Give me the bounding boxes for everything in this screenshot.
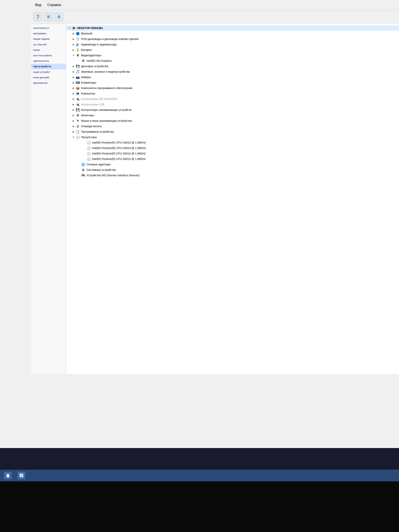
tree-node-components[interactable]: ▶ 📦 Компоненты программного обеспечения xyxy=(66,85,399,91)
tree-node-keyboards[interactable]: ▶ ⌨ Клавиатуры xyxy=(66,80,399,85)
cpu4-label: Intel(R) Pentium(R) CPU N3510 @ 1.99GHz xyxy=(92,157,146,160)
cameras-label: Камеры xyxy=(81,76,91,79)
mice-chevron: ▶ xyxy=(72,119,75,122)
monitors-chevron: ▶ xyxy=(72,114,75,117)
sidebar-item-2[interactable]: овщик задани xyxy=(31,36,66,42)
hid-icon: 🎮 xyxy=(81,173,85,177)
storage-icon: 💾 xyxy=(76,108,80,112)
tree-node-hid[interactable]: ▶ 🎮 Устройства HID (Human Interface Devi… xyxy=(66,173,399,178)
intel-hd-icon: 🖥 xyxy=(81,59,85,63)
storage-chevron: ▶ xyxy=(72,108,75,112)
tree-node-intel-hd[interactable]: ▶ 🖥 Intel(R) HD Graphics xyxy=(66,58,399,63)
bluetooth-icon: 🔵 xyxy=(76,31,80,36)
firmware-chevron: ▶ xyxy=(72,130,75,133)
sidebar-item-9[interactable]: ение дисками xyxy=(31,75,66,80)
sidebar-item-8[interactable]: ощие устройст xyxy=(31,69,66,75)
tree-node-cpu2[interactable]: ▶ ⬜ Intel(R) Pentium(R) CPU N3510 @ 1.99… xyxy=(66,145,399,151)
root-chevron: ▼ xyxy=(68,26,71,30)
cpu3-label: Intel(R) Pentium(R) CPU N3510 @ 1.99GHz xyxy=(92,152,146,155)
sidebar-item-5[interactable]: ные пользовате xyxy=(31,53,66,58)
tree-node-sound[interactable]: ▶ 🎵 Звуковые, игровые и видеоустройства xyxy=(66,69,399,74)
components-label: Компоненты программного обеспечения xyxy=(81,87,132,90)
computer-chevron: ▶ xyxy=(72,92,75,95)
sidebar-item-3[interactable]: тр событий xyxy=(31,42,66,47)
taskbar-icon-2[interactable]: 🔄 xyxy=(18,472,25,479)
computer-label: Компьютер xyxy=(81,92,95,95)
tree-node-storage[interactable]: ▶ 💾 Контроллеры запоминающих устройств xyxy=(66,107,399,113)
sidebar-item-4[interactable]: папки xyxy=(31,47,66,53)
tree-node-monitors[interactable]: ▶ 🖥 Мониторы xyxy=(66,113,399,118)
tree-node-dvd[interactable]: ▶ 💿 DVD-дисководы и дисководы компакт-ди… xyxy=(66,36,399,42)
mice-icon: 🖱 xyxy=(76,119,80,123)
computer-icon: 💻 xyxy=(76,91,80,96)
toolbar-monitor-btn[interactable]: 🖥 xyxy=(44,13,53,21)
tree-node-cpu[interactable]: ▼ ⬜ Процессоры xyxy=(66,134,399,140)
tree-node-battery[interactable]: ▶ 🔋 Батареи xyxy=(66,47,399,53)
monitors-label: Мониторы xyxy=(81,114,94,117)
components-icon: 📦 xyxy=(76,86,80,90)
sound-label: Звуковые, игровые и видеоустройства xyxy=(81,70,130,73)
disk-icon: 💾 xyxy=(76,64,80,68)
tree-node-bluetooth[interactable]: ▶ 🔵 Bluetooth xyxy=(66,31,399,36)
menu-help[interactable]: Справка xyxy=(47,3,61,7)
root-label: DESKTOP-0D9S3B1 xyxy=(77,26,103,30)
cpu1-icon: ⬜ xyxy=(87,140,91,145)
cpu2-label: Intel(R) Pentium(R) CPU N3510 @ 1.99GHz xyxy=(92,146,146,150)
device-manager-tree: ▼ 💻 DESKTOP-0D9S3B1 ▶ 🔵 Bluetooth ▶ 💿 DV… xyxy=(66,24,399,374)
toolbar-back-btn[interactable]: ❓ xyxy=(33,13,42,21)
cpu-chevron: ▼ xyxy=(72,135,75,139)
sidebar-item-6[interactable]: одительность xyxy=(31,58,66,64)
cpu3-icon: ⬜ xyxy=(87,151,91,156)
screen-border-bottom xyxy=(0,481,399,532)
video-chevron: ▼ xyxy=(72,54,75,57)
video-label: Видеоадаптеры xyxy=(81,54,101,57)
toolbar-computer-btn[interactable]: 🖥 xyxy=(55,13,63,21)
sound-chevron: ▶ xyxy=(72,70,75,73)
network-icon: 🌐 xyxy=(81,162,85,167)
taskbar-icon-1[interactable]: 📋 xyxy=(4,472,12,479)
tree-node-network[interactable]: ▶ 🌐 Сетевые адаптеры xyxy=(66,162,399,167)
usb-chevron: ▶ xyxy=(72,103,75,106)
cameras-icon: 📷 xyxy=(76,75,80,79)
root-icon: 💻 xyxy=(72,26,76,30)
hid-label: Устройства HID (Human Interface Devices) xyxy=(87,174,139,177)
tree-node-cpu1[interactable]: ▶ ⬜ Intel(R) Pentium(R) CPU N3510 @ 1.99… xyxy=(66,140,399,145)
cpu1-label: Intel(R) Pentium(R) CPU N3510 @ 1.99GHz xyxy=(92,141,146,144)
cpu-icon: ⬜ xyxy=(76,135,80,139)
menu-vid[interactable]: Вид xyxy=(35,3,42,7)
tree-node-cpu3[interactable]: ▶ ⬜ Intel(R) Pentium(R) CPU N3510 @ 1.99… xyxy=(66,151,399,156)
tree-root[interactable]: ▼ 💻 DESKTOP-0D9S3B1 xyxy=(66,25,399,31)
audio-icon: 🔊 xyxy=(76,42,80,47)
firmware-label: Программные устройства xyxy=(81,130,114,133)
tree-node-disk[interactable]: ▶ 💾 Дисковые устройства xyxy=(66,63,399,69)
system-icon: ⚙ xyxy=(81,168,85,172)
sidebar-item-7[interactable]: чер устройств xyxy=(31,64,66,69)
tree-node-cpu4[interactable]: ▶ ⬜ Intel(R) Pentium(R) CPU N3510 @ 1.99… xyxy=(66,156,399,162)
tree-node-print[interactable]: ▶ 🖨 Очереди печати xyxy=(66,124,399,129)
battery-chevron: ▶ xyxy=(72,48,75,52)
tree-node-cameras[interactable]: ▶ 📷 Камеры xyxy=(66,74,399,80)
tree-node-video[interactable]: ▼ 🖥 Видеоадаптеры xyxy=(66,53,399,58)
toolbar: ❓ 🖥 🖥 xyxy=(31,10,399,24)
storage-label: Контроллеры запоминающих устройств xyxy=(81,108,132,111)
bluetooth-label: Bluetooth xyxy=(81,32,93,35)
tree-node-usb[interactable]: ▶ 🔌 Контроллеры USB xyxy=(66,102,399,107)
network-label: Сетевые адаптеры xyxy=(87,163,111,166)
sidebar-item-1[interactable]: программы xyxy=(31,31,66,36)
sidebar-item-10[interactable]: приложения xyxy=(31,80,66,86)
cameras-chevron: ▶ xyxy=(72,75,75,79)
tree-node-audio[interactable]: ▶ 🔊 Аудиовходы и аудиовыходы xyxy=(66,42,399,47)
menu-bar: Вид Справка xyxy=(31,0,399,10)
tree-node-firmware[interactable]: ▶ 📋 Программные устройства xyxy=(66,129,399,134)
tree-node-computer[interactable]: ▶ 💻 Компьютер xyxy=(66,91,399,96)
sidebar-item-0[interactable]: нпьютером (л xyxy=(31,25,66,31)
tree-node-system[interactable]: ▶ ⚙ Системные устройства xyxy=(66,167,399,173)
intel-hd-label: Intel(R) HD Graphics xyxy=(87,59,112,62)
system-label: Системные устройства xyxy=(87,168,116,171)
disk-chevron: ▶ xyxy=(72,64,75,68)
keyboards-label: Клавиатуры xyxy=(81,81,96,84)
tree-node-mice[interactable]: ▶ 🖱 Мыши и иные указывающие устройства xyxy=(66,118,399,124)
ide-label: Контроллеры IDE ATA/ATAPI xyxy=(81,97,117,101)
tree-node-ide[interactable]: ▶ 🔌 Контроллеры IDE ATA/ATAPI xyxy=(66,96,399,102)
keyboards-chevron: ▶ xyxy=(72,81,75,84)
